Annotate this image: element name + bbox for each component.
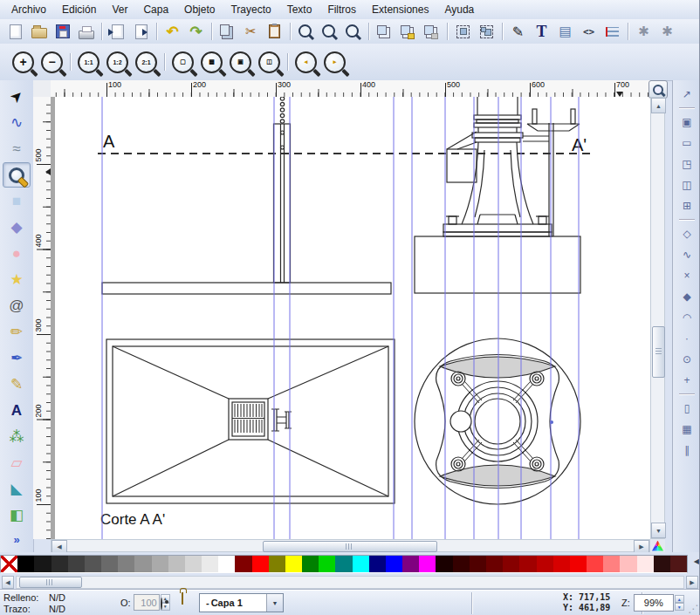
zoom-page-width-icon[interactable]: ◫ — [258, 51, 280, 73]
menu-trayecto[interactable]: Trayecto — [223, 2, 278, 17]
palette-swatch[interactable] — [570, 556, 587, 572]
text-dialog-icon[interactable]: T — [531, 20, 552, 43]
scroll-left-arrow[interactable]: ◀ — [51, 540, 67, 553]
master-snap-icon[interactable]: ↗ — [676, 84, 697, 104]
sump-plan-view[interactable] — [106, 339, 395, 503]
palette-swatch[interactable] — [670, 556, 687, 572]
palette-swatch[interactable] — [470, 556, 486, 572]
new-document-icon[interactable] — [4, 20, 26, 43]
snap-cusp-nodes-icon[interactable]: ◆ — [676, 286, 697, 306]
zoom-selection-icon[interactable]: ▢ — [172, 51, 194, 73]
canvas-viewport[interactable]: A A' Corte A A' — [51, 97, 650, 539]
text-tool[interactable]: A — [3, 398, 31, 423]
menu-ver[interactable]: Ver — [104, 2, 135, 17]
snap-grid-icon[interactable]: ▦ — [676, 419, 697, 439]
group-objects-icon[interactable] — [452, 20, 474, 43]
preferences-icon[interactable]: ✱ — [633, 20, 655, 43]
box3d-tool[interactable]: ◆ — [3, 215, 31, 240]
zoom-1-1-icon[interactable]: 1:1 — [78, 51, 100, 73]
copy-icon[interactable] — [216, 20, 238, 43]
pencil-tool[interactable]: ✏ — [3, 319, 31, 345]
zoom-page-icon[interactable]: ▣ — [230, 51, 251, 73]
save-document-icon[interactable] — [51, 20, 73, 43]
zoom-next-icon[interactable]: ▸ — [324, 51, 346, 73]
section-label-a[interactable]: A — [103, 132, 115, 151]
palette-swatch[interactable] — [185, 556, 202, 572]
snap-bbox-centers-icon[interactable]: ⊞ — [676, 195, 697, 215]
redo-icon[interactable]: ↷ — [185, 20, 207, 43]
palette-swatch[interactable] — [285, 556, 302, 572]
palette-swatch[interactable] — [34, 556, 51, 572]
zoom-drawing-icon[interactable]: ▩ — [201, 51, 223, 73]
window-resize-grip[interactable]: ⋰ — [688, 603, 698, 615]
menu-edición[interactable]: Edición — [54, 2, 104, 17]
spin-down-icon[interactable]: ▼ — [675, 603, 684, 611]
palette-swatch[interactable] — [319, 556, 335, 572]
zoom-tool[interactable] — [3, 162, 31, 188]
zoom-previous-icon[interactable]: ◂ — [295, 51, 317, 73]
palette-scroll-track[interactable] — [16, 576, 684, 589]
opacity-control[interactable]: O: 100 ▲▼ — [120, 594, 170, 611]
palette-swatch[interactable] — [402, 556, 419, 572]
palette-swatch[interactable] — [68, 556, 85, 572]
open-document-icon[interactable] — [28, 20, 50, 43]
palette-swatch[interactable] — [587, 556, 603, 572]
horizontal-ruler[interactable]: 100200300400500600700 — [51, 80, 650, 98]
fill-stroke-dialog-icon[interactable]: ✎ — [507, 20, 529, 43]
palette-swatch-none[interactable] — [1, 556, 17, 572]
cut-icon[interactable]: ✂ — [240, 20, 262, 43]
snap-bbox-corners-icon[interactable]: ◳ — [676, 154, 697, 174]
snap-object-centers-icon[interactable]: ⊙ — [676, 349, 697, 369]
vertical-scroll-thumb[interactable] — [652, 326, 665, 378]
palette-swatch[interactable] — [152, 556, 168, 572]
palette-swatch[interactable] — [85, 556, 101, 572]
menu-objeto[interactable]: Objeto — [176, 2, 223, 17]
zoom-field[interactable]: 99% — [634, 594, 674, 612]
palette-swatch[interactable] — [101, 556, 118, 572]
ellipse-tool[interactable]: ● — [3, 241, 31, 266]
unlink-clone-icon[interactable] — [421, 20, 443, 43]
color-management-toggle[interactable] — [650, 539, 665, 552]
menu-capa[interactable]: Capa — [135, 2, 176, 17]
bucket-tool[interactable]: ◣ — [3, 476, 31, 502]
palette-swatch[interactable] — [118, 556, 134, 572]
drawing-canvas[interactable]: A A' Corte A A' — [51, 97, 650, 539]
palette-swatch[interactable] — [269, 556, 285, 572]
technical-drawing[interactable] — [98, 97, 590, 504]
ungroup-objects-icon[interactable] — [476, 20, 498, 43]
gradient-tool[interactable]: ◧ — [3, 502, 31, 528]
export-icon[interactable] — [130, 20, 152, 43]
document-properties-icon[interactable]: ✱ — [656, 20, 678, 43]
tweak-tool[interactable]: ≈ — [3, 136, 31, 161]
snap-nodes-icon[interactable]: ◇ — [676, 223, 697, 243]
zoom-drawing-icon[interactable] — [319, 20, 340, 43]
scroll-right-arrow[interactable]: ▶ — [634, 540, 649, 553]
lifting-chain[interactable] — [280, 97, 284, 123]
pump-elevation[interactable] — [415, 97, 580, 293]
horizontal-scroll-thumb[interactable] — [263, 541, 437, 552]
palette-swatch[interactable] — [353, 556, 369, 572]
menu-extensiones[interactable]: Extensiones — [364, 2, 436, 17]
duplicate-icon[interactable] — [374, 20, 395, 43]
spray-tool[interactable]: ⁂ — [3, 424, 31, 449]
snap-bbox-edges-icon[interactable]: ▭ — [676, 133, 697, 153]
zoom-out-icon[interactable]: − — [41, 51, 63, 73]
layers-dialog-icon[interactable]: ▤ — [554, 20, 576, 43]
drawing-caption[interactable]: Corte A A' — [100, 511, 165, 528]
palette-swatch[interactable] — [252, 556, 269, 572]
palette-swatch[interactable] — [302, 556, 319, 572]
print-icon[interactable] — [75, 20, 97, 43]
zoom-2-1-icon[interactable]: 2:1 — [135, 51, 157, 73]
scroll-down-arrow[interactable]: ▼ — [651, 523, 666, 538]
palette-swatch[interactable] — [419, 556, 436, 572]
palette-swatch[interactable] — [134, 556, 151, 572]
palette-swatch[interactable] — [603, 556, 620, 572]
section-label-a-prime[interactable]: A' — [572, 135, 587, 154]
snap-guides-icon[interactable]: ∥ — [676, 440, 697, 460]
pen-tool[interactable]: ✒ — [3, 345, 31, 371]
palette-scrollbar[interactable]: ◀ ▶ — [0, 575, 700, 590]
menu-texto[interactable]: Texto — [279, 2, 320, 17]
scroll-up-arrow[interactable]: ▲ — [651, 98, 666, 113]
palette-swatch[interactable] — [453, 556, 470, 572]
layer-selector[interactable]: - Capa 1 ▼ — [199, 593, 284, 612]
